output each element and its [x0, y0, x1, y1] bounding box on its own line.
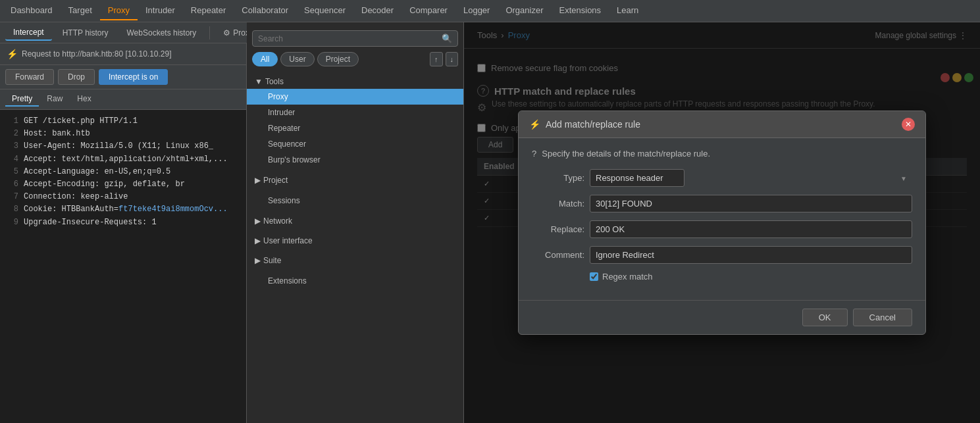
main-area: ⚡ Request to http://bank.htb:80 [10.10.1… — [0, 43, 980, 423]
match-label: Match: — [532, 199, 584, 209]
nav-logger[interactable]: Logger — [455, 1, 498, 20]
sidebar-network-label: Network — [263, 216, 292, 226]
cancel-button[interactable]: Cancel — [853, 309, 912, 326]
modal-desc-text: Specify the details of the match/replace… — [542, 149, 710, 159]
sidebar-extensions-section: Extensions — [247, 270, 463, 291]
filter-all[interactable]: All — [252, 52, 278, 66]
tab-http-history[interactable]: HTTP history — [55, 26, 116, 40]
search-input[interactable] — [258, 34, 438, 43]
nav-proxy[interactable]: Proxy — [100, 1, 138, 20]
replace-label: Replace: — [532, 224, 584, 234]
tab-pretty[interactable]: Pretty — [5, 92, 39, 107]
code-line-9: 9 Upgrade-Insecure-Requests: 1 — [5, 216, 241, 229]
nav-target[interactable]: Target — [61, 1, 100, 20]
nav-organizer[interactable]: Organizer — [498, 1, 551, 20]
tab-hex[interactable]: Hex — [70, 92, 97, 107]
sidebar-item-sessions[interactable]: Sessions — [247, 193, 463, 209]
filter-sort-asc[interactable]: ↑ — [430, 52, 443, 66]
modal-title-row: ⚡ Add match/replace rule — [529, 119, 640, 130]
sidebar-item-intruder[interactable]: Intruder — [247, 105, 463, 120]
top-nav: Dashboard Target Proxy Intruder Repeater… — [0, 0, 980, 22]
sidebar-tools-header[interactable]: ▼ Tools — [247, 74, 463, 89]
forward-button[interactable]: Forward — [5, 69, 54, 85]
sidebar-tools-label: Tools — [265, 77, 284, 86]
modal-description: ? Specify the details of the match/repla… — [532, 149, 912, 159]
sidebar-item-extensions[interactable]: Extensions — [247, 273, 463, 289]
comment-label: Comment: — [532, 250, 584, 260]
sidebar-project-label: Project — [263, 176, 288, 185]
intercept-toggle[interactable]: Intercept is on — [99, 69, 168, 85]
nav-comparer[interactable]: Comparer — [401, 1, 455, 20]
code-line-8: 8 Cookie: HTBBankAuth=ft7teke4t9ai8mmomO… — [5, 203, 241, 216]
code-line-4: 4 Accept: text/html,application/xhtml+xm… — [5, 153, 241, 166]
nav-sequencer[interactable]: Sequencer — [296, 1, 353, 20]
code-line-5: 5 Accept-Language: en-US,en;q=0.5 — [5, 166, 241, 178]
sidebar-project-header[interactable]: ▶ Project — [247, 173, 463, 187]
sidebar-sessions-section: Sessions — [247, 190, 463, 211]
ok-button[interactable]: OK — [802, 309, 848, 326]
settings-panel: 🔍 All User Project ↑ ↓ ▼ Tools Proxy Int… — [247, 22, 980, 423]
sidebar-item-sequencer[interactable]: Sequencer — [247, 136, 463, 152]
sidebar-suite-section: ▶ Suite — [247, 251, 463, 270]
filter-sort-desc[interactable]: ↓ — [446, 52, 459, 66]
nav-decoder[interactable]: Decoder — [353, 1, 401, 20]
filter-icons: ↑ ↓ — [430, 52, 458, 66]
nav-learn[interactable]: Learn — [609, 1, 646, 20]
match-input[interactable] — [590, 195, 912, 212]
replace-row: Replace: — [532, 220, 912, 238]
code-line-3: 3 User-Agent: Mozilla/5.0 (X11; Linux x8… — [5, 140, 241, 153]
chevron-right-icon: ▶ — [255, 176, 261, 185]
nav-extensions[interactable]: Extensions — [552, 1, 609, 20]
modal-close-button[interactable]: ✕ — [902, 118, 915, 131]
lightning-icon: ⚡ — [7, 49, 18, 59]
modal-header: ⚡ Add match/replace rule ✕ — [519, 111, 925, 138]
regex-checkbox[interactable] — [590, 272, 598, 281]
sidebar-item-burps-browser[interactable]: Burp's browser — [247, 152, 463, 168]
chevron-right-icon-network: ▶ — [255, 216, 261, 226]
gear-icon: ⚙ — [223, 28, 230, 37]
view-tabs: Pretty Raw Hex — [0, 89, 246, 110]
sidebar-ui-header[interactable]: ▶ User interface — [247, 234, 463, 248]
regex-match-row[interactable]: Regex match — [590, 272, 912, 282]
filter-user[interactable]: User — [280, 52, 314, 66]
modal-help-icon: ? — [532, 149, 536, 159]
sidebar-item-repeater[interactable]: Repeater — [247, 120, 463, 136]
match-row: Match: — [532, 195, 912, 212]
code-line-1: 1 GET /ticket.php HTTP/1.1 — [5, 115, 241, 128]
code-line-2: 2 Host: bank.htb — [5, 128, 241, 140]
sidebar-suite-header[interactable]: ▶ Suite — [247, 253, 463, 268]
modal-lightning-icon: ⚡ — [529, 119, 540, 130]
nav-repeater[interactable]: Repeater — [183, 1, 234, 20]
sidebar-ui-section: ▶ User interface — [247, 231, 463, 251]
type-row: Type: Response header Request header Req… — [532, 169, 912, 187]
chevron-right-icon-suite: ▶ — [255, 256, 261, 265]
nav-dashboard[interactable]: Dashboard — [3, 1, 61, 20]
modal-footer: OK Cancel — [519, 300, 925, 334]
regex-label: Regex match — [602, 272, 653, 282]
chevron-right-icon-ui: ▶ — [255, 236, 261, 245]
sidebar-tools-section: ▼ Tools Proxy Intruder Repeater Sequence… — [247, 72, 463, 170]
nav-collaborator[interactable]: Collaborator — [234, 1, 296, 20]
comment-input[interactable] — [590, 246, 912, 264]
type-select[interactable]: Response header Request header Request b… — [590, 169, 684, 187]
request-btn-row: Forward Drop Intercept is on — [0, 65, 246, 89]
tab-websockets-history[interactable]: WebSockets history — [119, 26, 205, 40]
replace-input[interactable] — [590, 220, 912, 238]
left-panel: ⚡ Request to http://bank.htb:80 [10.10.1… — [0, 43, 247, 423]
request-header: ⚡ Request to http://bank.htb:80 [10.10.1… — [0, 43, 246, 65]
sidebar-network-header[interactable]: ▶ Network — [247, 214, 463, 228]
sidebar-item-proxy[interactable]: Proxy — [247, 89, 463, 105]
nav-intruder[interactable]: Intruder — [138, 1, 183, 20]
filter-row: All User Project ↑ ↓ — [247, 52, 463, 72]
tab-raw[interactable]: Raw — [40, 92, 69, 107]
chevron-down-icon: ▼ — [255, 77, 263, 86]
search-bar[interactable]: 🔍 — [252, 30, 458, 47]
filter-project[interactable]: Project — [317, 52, 359, 66]
add-match-replace-modal: ⚡ Add match/replace rule ✕ ? Specify the… — [518, 111, 926, 335]
sidebar-ui-label: User interface — [263, 236, 313, 245]
comment-row: Comment: — [532, 246, 912, 264]
drop-button[interactable]: Drop — [58, 69, 95, 85]
tab-intercept[interactable]: Intercept — [5, 25, 52, 41]
settings-sidebar: 🔍 All User Project ↑ ↓ ▼ Tools Proxy Int… — [247, 22, 464, 423]
modal-body: ? Specify the details of the match/repla… — [519, 138, 925, 300]
